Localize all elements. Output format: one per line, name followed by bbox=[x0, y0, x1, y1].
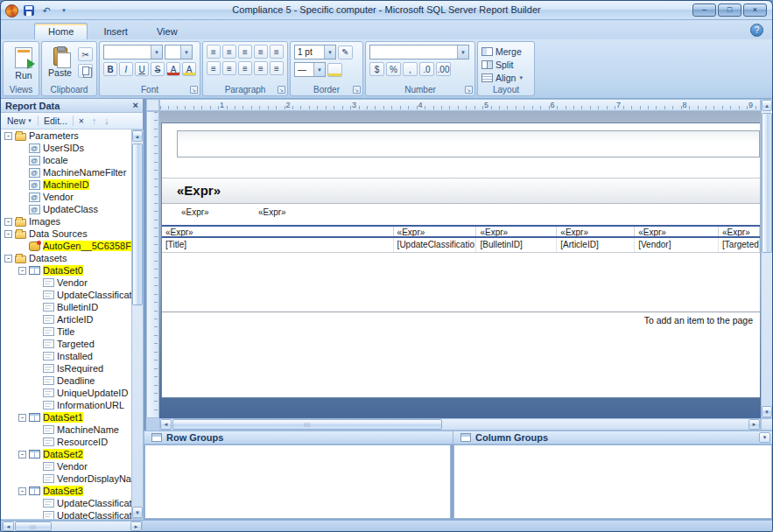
scroll-left-icon[interactable]: ◄ bbox=[160, 419, 172, 430]
increase-decimal-button[interactable]: .00 bbox=[436, 62, 451, 76]
align-center-button[interactable]: ≡ bbox=[222, 45, 236, 59]
scroll-right-icon[interactable]: ► bbox=[130, 522, 142, 531]
scrollbar-thumb[interactable]: ||| bbox=[172, 419, 442, 430]
font-dialog-launcher[interactable]: ↘ bbox=[190, 86, 198, 94]
new-button[interactable]: New▼ bbox=[4, 115, 35, 127]
chevron-down-icon[interactable]: ▼ bbox=[313, 63, 325, 76]
scroll-up-icon[interactable]: ▲ bbox=[132, 130, 143, 142]
tree-vertical-scrollbar[interactable]: ▲ ▼ bbox=[131, 130, 144, 519]
percent-button[interactable]: % bbox=[386, 62, 401, 76]
table-header-cell[interactable]: «Expr» bbox=[394, 227, 477, 236]
collapse-toggle-icon[interactable]: - bbox=[18, 487, 26, 495]
tab-view[interactable]: View bbox=[144, 24, 191, 40]
tree-item-updateclassificati[interactable]: UpdateClassificati bbox=[1, 497, 131, 509]
copy-button[interactable] bbox=[78, 64, 93, 78]
tree-item-vendor[interactable]: Vendor bbox=[1, 276, 131, 289]
chevron-down-icon[interactable]: ▼ bbox=[324, 46, 335, 59]
tree-horizontal-scrollbar[interactable]: ◄ ||| ► bbox=[2, 521, 143, 532]
collapse-toggle-icon[interactable]: - bbox=[18, 451, 26, 458]
scrollbar-thumb[interactable] bbox=[762, 113, 772, 253]
tree-item-installed[interactable]: Installed bbox=[1, 350, 131, 362]
tree-item-locale[interactable]: locale bbox=[1, 154, 131, 166]
tree-item-machineid[interactable]: MachineID bbox=[1, 178, 131, 191]
save-button[interactable] bbox=[22, 4, 36, 18]
italic-button[interactable]: I bbox=[119, 62, 133, 76]
numbered-list-button[interactable]: ≡ bbox=[270, 61, 284, 75]
align-left-button[interactable]: ≡ bbox=[207, 45, 221, 59]
tree-item-deadline[interactable]: Deadline bbox=[1, 374, 131, 387]
row-groups-panel[interactable] bbox=[144, 444, 451, 519]
bullet-list-button[interactable]: ≡ bbox=[254, 61, 268, 75]
tree-item-updateclass[interactable]: UpdateClass bbox=[1, 203, 131, 215]
tree-item-autogen-5c6358f2-4[interactable]: AutoGen__5C6358F2_4 bbox=[1, 240, 131, 252]
help-icon[interactable]: ? bbox=[750, 24, 763, 37]
align-bottom-button[interactable]: ≡ bbox=[238, 61, 252, 75]
tree-item-informationurl[interactable]: InformationURL bbox=[1, 399, 131, 411]
collapse-toggle-icon[interactable]: - bbox=[4, 230, 12, 238]
table-cell[interactable]: [Title] bbox=[162, 238, 394, 252]
qat-dropdown-icon[interactable]: ▼ bbox=[57, 4, 71, 18]
edit-button[interactable]: Edit... bbox=[41, 115, 70, 127]
scroll-down-icon[interactable]: ▼ bbox=[132, 507, 143, 518]
font-family-select[interactable]: ▼ bbox=[103, 45, 163, 60]
move-up-button[interactable]: ↑ bbox=[89, 115, 99, 127]
table-header-cell[interactable]: «Expr» bbox=[719, 227, 760, 236]
grouping-pane-chevron-icon[interactable]: ▼ bbox=[759, 432, 770, 443]
collapse-toggle-icon[interactable]: - bbox=[4, 218, 12, 226]
collapse-toggle-icon[interactable]: - bbox=[4, 255, 12, 262]
table-cell[interactable]: [UpdateClassificatio bbox=[394, 238, 477, 252]
run-button[interactable]: Run bbox=[7, 45, 40, 85]
tree-item-updateclassificatio[interactable]: UpdateClassificatio bbox=[1, 289, 131, 301]
align-middle-button[interactable]: ≡ bbox=[222, 61, 236, 75]
maximize-button[interactable]: □ bbox=[718, 4, 741, 17]
tree-item-usersids[interactable]: UserSIDs bbox=[1, 142, 131, 154]
chevron-down-icon[interactable]: ▼ bbox=[151, 46, 162, 59]
scroll-left-icon[interactable]: ◄ bbox=[3, 522, 14, 531]
app-logo-icon[interactable] bbox=[5, 4, 18, 18]
page-header-band[interactable] bbox=[177, 130, 760, 158]
panel-close-icon[interactable]: × bbox=[133, 101, 138, 110]
scroll-up-icon[interactable]: ▲ bbox=[762, 100, 772, 111]
tree-item-parameters[interactable]: -Parameters bbox=[1, 130, 131, 142]
tree-item-images[interactable]: -Images bbox=[1, 215, 131, 228]
tree-item-isrequired[interactable]: IsRequired bbox=[1, 362, 131, 374]
split-button[interactable]: Split bbox=[481, 58, 531, 71]
tab-home[interactable]: Home bbox=[34, 23, 88, 40]
tree-item-vendor[interactable]: Vendor bbox=[1, 191, 131, 203]
tree-item-targeted[interactable]: Targeted bbox=[1, 338, 131, 350]
tree-item-data-sources[interactable]: -Data Sources bbox=[1, 228, 131, 240]
design-vertical-scrollbar[interactable]: ▲ ▼ bbox=[761, 99, 773, 418]
number-format-select[interactable]: ▼ bbox=[369, 45, 469, 60]
column-groups-panel[interactable] bbox=[453, 444, 772, 519]
table-cell[interactable]: [ArticleID] bbox=[557, 238, 635, 252]
report-page[interactable]: «Expr» «Expr» «Expr» «Expr»«Expr»«Expr»«… bbox=[161, 122, 760, 398]
tree-item-vendordisplaynam[interactable]: VendorDisplayNam bbox=[1, 472, 131, 485]
align-top-button[interactable]: ≡ bbox=[207, 61, 221, 75]
increase-indent-button[interactable]: ≡ bbox=[270, 45, 284, 59]
tree-item-updateclassificatio[interactable]: UpdateClassificatio bbox=[1, 509, 131, 519]
scroll-right-icon[interactable]: ► bbox=[748, 419, 760, 430]
cut-button[interactable]: ✂ bbox=[78, 47, 93, 61]
chevron-down-icon[interactable]: ▼ bbox=[457, 46, 468, 59]
tree-item-uniqueupdateid[interactable]: UniqueUpdateID bbox=[1, 387, 131, 399]
tree-item-resourceid[interactable]: ResourceID bbox=[1, 436, 131, 448]
minimize-button[interactable]: – bbox=[692, 4, 716, 17]
tree-item-bulletinid[interactable]: BulletinID bbox=[1, 301, 131, 313]
expr-textbox[interactable]: «Expr» bbox=[181, 207, 209, 217]
fill-bucket-button[interactable] bbox=[327, 63, 342, 77]
table-cell[interactable]: [Vendor] bbox=[635, 238, 719, 252]
table-header-cell[interactable]: «Expr» bbox=[635, 227, 719, 236]
tree-item-title[interactable]: Title bbox=[1, 326, 131, 338]
font-size-select[interactable]: ▼ bbox=[165, 45, 193, 60]
delete-button[interactable]: × bbox=[76, 115, 87, 127]
collapse-toggle-icon[interactable]: - bbox=[4, 132, 12, 140]
scrollbar-thumb[interactable] bbox=[132, 144, 143, 305]
close-button[interactable]: × bbox=[743, 4, 767, 17]
collapse-toggle-icon[interactable]: - bbox=[18, 414, 26, 422]
underline-button[interactable]: U bbox=[135, 62, 149, 76]
paragraph-dialog-launcher[interactable]: ↘ bbox=[278, 86, 285, 94]
border-color-button[interactable]: ✎ bbox=[338, 46, 353, 60]
comma-button[interactable]: , bbox=[403, 62, 418, 76]
table-header-cell[interactable]: «Expr» bbox=[162, 227, 394, 236]
decrease-indent-button[interactable]: ≡ bbox=[254, 45, 268, 59]
